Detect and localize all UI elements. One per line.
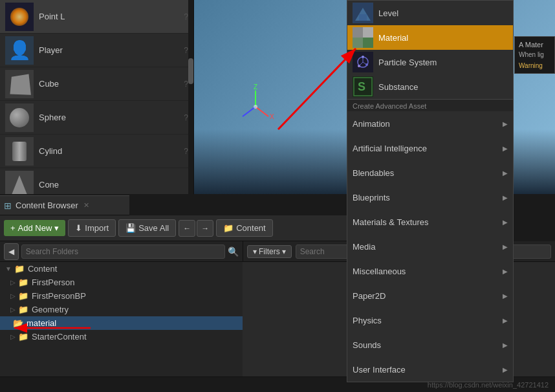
expand-arrow-icon: ▷: [10, 306, 16, 313]
folder-label: Content: [28, 264, 58, 274]
folder-item-startercontent[interactable]: ▷ 📁 StarterContent: [0, 330, 243, 343]
svg-rect-12: [363, 38, 373, 48]
scrollbar-track[interactable]: [188, 0, 193, 194]
tooltip-warning: Warning: [519, 62, 550, 69]
menu-item-miscellaneous[interactable]: Miscellaneous ▶: [347, 259, 513, 283]
folder-item-content[interactable]: ▼ 📁 Content: [0, 262, 243, 276]
filter-icon: ▾: [253, 247, 257, 256]
folder-item-material[interactable]: 📂 material: [0, 316, 243, 330]
menu-item-material[interactable]: Material: [347, 25, 513, 50]
svg-text:Z: Z: [254, 84, 257, 91]
submenu-arrow-icon: ▶: [503, 145, 508, 152]
list-item[interactable]: Point L ?: [0, 0, 193, 34]
asset-name: Point L: [39, 12, 65, 21]
svg-line-2: [243, 107, 256, 116]
menu-item-artificial-intelligence[interactable]: Artificial Intelligence ▶: [347, 136, 513, 160]
sidebar-toggle-button[interactable]: ◀: [4, 243, 19, 260]
cube-icon: [10, 74, 30, 94]
nav-forward-button[interactable]: →: [197, 220, 213, 237]
help-icon: ?: [184, 113, 188, 122]
asset-name: Cube: [39, 79, 59, 89]
menu-item-materials-textures[interactable]: Materials & Textures ▶: [347, 210, 513, 234]
list-item[interactable]: Cone: [0, 168, 193, 194]
menu-item-blueprints[interactable]: Blueprints ▶: [347, 185, 513, 210]
menu-item-animation[interactable]: Animation ▶: [347, 111, 513, 136]
import-button[interactable]: ⬇ Import: [68, 219, 116, 237]
folder-open-icon: 📂: [13, 318, 23, 328]
filters-button[interactable]: ▾ Filters ▾: [247, 245, 292, 258]
asset-thumbnail: 👤: [5, 36, 34, 65]
submenu-arrow-icon: ▶: [503, 169, 508, 177]
submenu-arrow-icon: ▶: [503, 120, 508, 127]
folder-label: FirstPersonBP: [32, 291, 86, 301]
menu-item-label: Substance: [378, 82, 418, 92]
section-label: Create Advanced Asset: [353, 102, 426, 110]
menu-item-label: Level: [378, 8, 398, 18]
asset-list: Point L ? 👤 Player ? Cube ? Sphere ?: [0, 0, 193, 194]
menu-item-paper2d[interactable]: Paper2D ▶: [347, 283, 513, 308]
list-item[interactable]: Cube ?: [0, 67, 193, 101]
menu-item-label: Miscellaneous: [353, 267, 406, 276]
menu-item-blendables[interactable]: Blendables ▶: [347, 160, 513, 185]
menu-item-label: Blueprints: [353, 193, 390, 202]
asset-thumbnail: [5, 70, 34, 98]
content-label: Content: [236, 223, 266, 233]
folder-item-firstperson[interactable]: ▷ 📁 FirstPerson: [0, 276, 243, 289]
folder-item-geometry[interactable]: ▷ 📁 Geometry: [0, 303, 243, 316]
tooltip-line2: When lig: [519, 51, 550, 58]
menu-item-level[interactable]: Level: [347, 1, 513, 25]
help-icon: ?: [184, 147, 188, 156]
asset-name: Player: [39, 45, 63, 55]
submenu-arrow-icon: ▶: [503, 243, 508, 250]
menu-item-substance[interactable]: S Substance: [347, 74, 513, 99]
substance-icon: S: [353, 76, 373, 97]
menu-item-particle-system[interactable]: Particle System: [347, 50, 513, 74]
svg-rect-8: [359, 14, 367, 21]
folder-tree: ▼ 📁 Content ▷ 📁 FirstPerson ▷ 📁 FirstPer…: [0, 262, 243, 392]
menu-item-media[interactable]: Media ▶: [347, 234, 513, 259]
expand-arrow-icon: ▷: [10, 279, 16, 286]
folder-icon: 📁: [18, 278, 28, 287]
scrollbar-thumb[interactable]: [188, 58, 193, 84]
folder-search-bar: ◀ 🔍: [0, 241, 243, 262]
nav-back-button[interactable]: ←: [179, 220, 195, 237]
menu-item-label: Artificial Intelligence: [353, 144, 427, 153]
submenu-arrow-icon: ▶: [503, 342, 508, 349]
content-browser-title: Content Browser: [16, 201, 78, 210]
folder-search-input[interactable]: [21, 245, 225, 259]
help-icon: ?: [184, 46, 188, 55]
particle-icon: [353, 52, 373, 72]
expand-arrow-icon: ▷: [10, 292, 16, 299]
asset-thumbnail: [5, 103, 34, 132]
save-icon: 💾: [125, 223, 136, 233]
player-icon: 👤: [8, 39, 31, 61]
help-icon: ?: [184, 80, 188, 89]
asset-thumbnail: [5, 137, 34, 166]
menu-item-physics[interactable]: Physics ▶: [347, 308, 513, 332]
help-icon: ?: [184, 12, 188, 21]
cylinder-icon: [12, 142, 27, 161]
filters-label: Filters: [259, 247, 280, 256]
level-icon: [353, 3, 373, 23]
folder-label: FirstPerson: [32, 278, 74, 287]
folder-search-button[interactable]: 🔍: [228, 246, 239, 257]
menu-item-label: User Interface: [353, 365, 406, 375]
folder-label: StarterContent: [32, 332, 87, 342]
submenu-arrow-icon: ▶: [503, 317, 508, 324]
save-all-button[interactable]: 💾 Save All: [118, 219, 176, 237]
submenu-arrow-icon: ▶: [503, 292, 508, 299]
material-icon: [353, 27, 373, 48]
list-item[interactable]: 👤 Player ?: [0, 34, 193, 67]
folder-item-firstpersonbp[interactable]: ▷ 📁 FirstPersonBP: [0, 289, 243, 303]
list-item[interactable]: Sphere ?: [0, 101, 193, 135]
menu-item-user-interface[interactable]: User Interface ▶: [347, 357, 513, 382]
list-item[interactable]: Cylind ?: [0, 135, 193, 168]
menu-item-label: Paper2D: [353, 291, 386, 301]
menu-item-sounds[interactable]: Sounds ▶: [347, 332, 513, 357]
content-browser-close-button[interactable]: ✕: [83, 201, 89, 210]
add-new-button[interactable]: + Add New ▾: [4, 220, 65, 236]
asset-panel: Point L ? 👤 Player ? Cube ? Sphere ?: [0, 0, 194, 194]
menu-item-label: Media: [353, 242, 375, 252]
folder-label: Geometry: [32, 305, 69, 314]
svg-text:X: X: [270, 113, 274, 120]
